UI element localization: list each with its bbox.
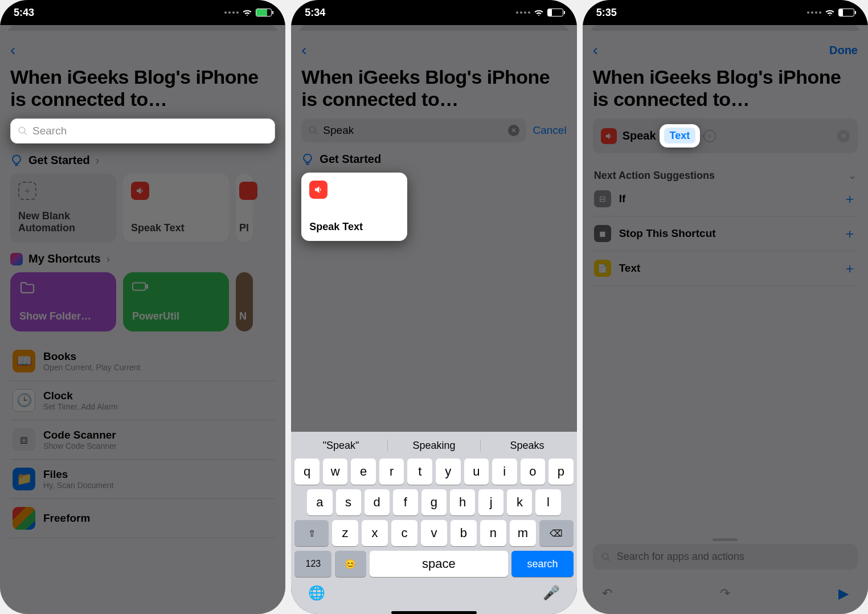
search-bar[interactable] [10,118,275,144]
search-input[interactable] [32,125,268,137]
mic-icon[interactable]: 🎤 [543,585,560,601]
undo-button[interactable]: ↶ [602,586,612,601]
result-speak-text[interactable]: Speak Text [301,173,407,241]
app-name: Books [43,350,140,363]
card-new-blank[interactable]: ＋ New Blank Automation [10,174,116,242]
svg-line-5 [315,132,318,134]
search-input[interactable] [323,124,507,137]
status-right [516,9,563,17]
sheet: ‹ Done When iGeeks Blog's iPhone is conn… [583,31,868,614]
redo-button[interactable]: ↷ [720,586,730,601]
key-c[interactable]: c [391,520,417,546]
play-button[interactable]: ▶ [838,586,849,601]
key-n[interactable]: n [480,520,506,546]
suggestion[interactable]: Speaks [481,440,573,452]
key-f[interactable]: f [393,489,418,515]
svg-point-0 [19,127,25,133]
get-started-link[interactable]: Get Started [301,153,566,166]
suggestion-if[interactable]: ⊟ If ＋ [593,182,858,216]
key-d[interactable]: d [365,489,390,515]
suggestion[interactable]: Speaking [388,440,481,452]
app-row-freeform[interactable]: Freeform [10,499,275,538]
shortcut-powerutil[interactable]: PowerUtil [123,272,229,331]
add-icon[interactable]: ＋ [843,190,857,208]
add-icon[interactable]: ＋ [843,259,857,277]
keyboard-suggestions[interactable]: "Speak" Speaking Speaks [291,435,576,456]
add-icon[interactable]: ＋ [843,224,857,243]
folder-icon [19,281,35,294]
key-o[interactable]: o [521,459,546,485]
globe-icon[interactable]: 🌐 [308,585,325,601]
app-row-scanner[interactable]: ⧈ Code Scanner Show Code Scanner [10,420,275,460]
key-l[interactable]: l [535,489,560,515]
keyboard[interactable]: "Speak" Speaking Speaks q w e r t y u i … [291,432,576,614]
key-k[interactable]: k [507,489,532,515]
key-u[interactable]: u [464,459,489,485]
key-i[interactable]: i [492,459,517,485]
key-row-2: a s d f g h j k l [291,487,576,518]
expand-icon[interactable]: › [703,130,716,142]
cancel-button[interactable]: Cancel [533,124,567,137]
key-s[interactable]: s [336,489,361,515]
suggestion-label: Text [619,262,641,275]
done-button[interactable]: Done [829,44,858,57]
back-button[interactable]: ‹ [301,41,306,59]
app-row-files[interactable]: 📁 Files Hy, Scan Document [10,460,275,499]
my-shortcuts-link[interactable]: My Shortcuts › [10,252,275,265]
emoji-key[interactable]: 😊 [335,551,366,577]
key-v[interactable]: v [421,520,447,546]
key-e[interactable]: e [351,459,376,485]
card-partial[interactable]: Pl [236,174,253,242]
app-row-books[interactable]: 📖 Books Open Current, Play Current [10,342,275,381]
keyboard-bottom: 🌐 🎤 [291,579,576,611]
back-button[interactable]: ‹ [10,41,15,59]
back-button[interactable]: ‹ [593,41,598,59]
remove-action-button[interactable]: ✕ [837,130,850,142]
numbers-key[interactable]: 123 [294,551,331,577]
key-p[interactable]: p [548,459,574,485]
key-x[interactable]: x [362,520,388,546]
shortcut-partial[interactable]: N [236,272,253,331]
key-z[interactable]: z [332,520,358,546]
key-h[interactable]: h [450,489,475,515]
key-t[interactable]: t [407,459,432,485]
screen: ‹ When iGeeks Blog's iPhone is connected… [291,25,576,614]
suggestion-stop[interactable]: ◼ Stop This Shortcut ＋ [593,216,858,251]
key-b[interactable]: b [451,520,477,546]
space-key[interactable]: space [370,551,509,577]
key-g[interactable]: g [421,489,447,515]
files-icon: 📁 [13,468,35,490]
app-row-clock[interactable]: 🕒 Clock Set Timer, Add Alarm [10,381,275,420]
text-token[interactable]: Text [664,128,696,144]
suggestion[interactable]: "Speak" [294,440,387,452]
key-r[interactable]: r [379,459,404,485]
key-j[interactable]: j [478,489,503,515]
suggestion-text[interactable]: 📄 Text ＋ [593,251,858,286]
key-m[interactable]: m [510,520,536,546]
next-suggestions-header[interactable]: Next Action Suggestions ⌄ [593,169,858,182]
clock: 5:43 [14,7,34,19]
bottom-search-bar[interactable] [593,544,858,570]
shift-key[interactable]: ⇧ [294,520,329,546]
page-title: When iGeeks Blog's iPhone is connected t… [593,66,858,110]
search-key[interactable]: search [511,551,573,577]
bottom-search-input[interactable] [617,551,850,563]
battery-icon [132,281,148,292]
get-started-link[interactable]: Get Started › [10,154,275,167]
shortcut-folder[interactable]: Show Folder… [10,272,116,331]
cellular-icon [807,11,821,14]
search-bar[interactable]: ✕ [301,118,526,142]
key-a[interactable]: a [307,489,332,515]
screen: ‹ Done When iGeeks Blog's iPhone is conn… [583,25,868,614]
action-speak-text[interactable]: Speak Text › ✕ [593,118,858,153]
key-q[interactable]: q [294,459,320,485]
backspace-key[interactable]: ⌫ [539,520,574,546]
home-indicator [391,611,477,614]
books-icon: 📖 [13,350,35,373]
key-y[interactable]: y [436,459,461,485]
clear-button[interactable]: ✕ [508,125,519,136]
key-w[interactable]: w [323,459,348,485]
card-speak-text[interactable]: Speak Text [123,174,229,242]
svg-point-4 [310,126,316,133]
sheet-grabber[interactable] [713,538,738,541]
